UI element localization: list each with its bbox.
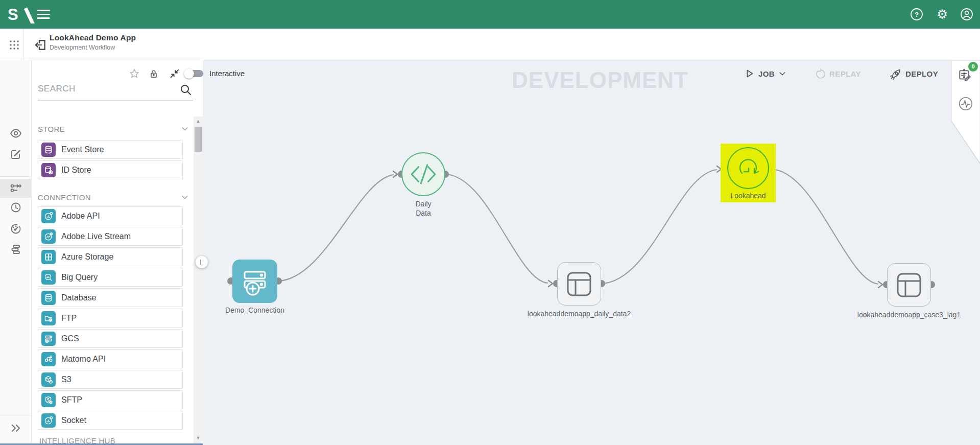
exit-workflow-icon[interactable] <box>34 38 47 53</box>
node-label: Demo_Connection <box>203 306 316 314</box>
palette-scrollbar[interactable]: ▲ ▼ <box>194 116 203 445</box>
svg-text:?: ? <box>915 11 919 18</box>
job-button[interactable]: JOB <box>744 62 786 85</box>
palette-item-gcs[interactable]: GCS <box>38 329 183 348</box>
edge-dailydata2-to-lookahead <box>602 170 717 284</box>
replay-icon <box>815 68 826 79</box>
monitor-gauge-icon[interactable] <box>10 223 22 235</box>
interactive-toggle[interactable] <box>184 68 204 79</box>
palette-item-matomo-api[interactable]: Matomo API <box>38 349 183 368</box>
arrowhead-icon <box>548 280 553 287</box>
notes-count-badge: 0 <box>968 62 978 72</box>
edit-icon[interactable] <box>10 148 22 160</box>
toolbar-divider <box>23 29 24 60</box>
lock-icon[interactable] <box>149 68 159 81</box>
adobe-api-icon <box>41 209 56 223</box>
scroll-down-icon[interactable]: ▼ <box>194 435 203 440</box>
account-avatar-icon[interactable] <box>960 7 974 21</box>
help-icon[interactable]: ? <box>910 7 924 21</box>
palette-item-sftp[interactable]: SFTP <box>38 390 183 409</box>
node-demo-connection[interactable] <box>232 260 277 303</box>
gcs-icon <box>41 332 56 346</box>
node-label: Daily Data <box>372 199 474 218</box>
app-bar: S ? ⚙ <box>0 0 980 29</box>
dataset-table-icon <box>566 271 592 297</box>
palette-item-id-store[interactable]: ID Store <box>38 160 183 179</box>
azure-storage-icon <box>41 250 56 264</box>
apps-grid-icon[interactable] <box>8 39 20 53</box>
menu-icon[interactable] <box>37 10 50 19</box>
palette-item-database[interactable]: Database <box>38 288 183 307</box>
node-daily-data2-dataset[interactable] <box>557 262 601 306</box>
section-header-connection[interactable]: CONNECTION <box>38 192 189 202</box>
node-lookahead[interactable]: Lookahead <box>721 144 776 202</box>
chevron-down-icon <box>778 69 786 78</box>
node-daily-data[interactable] <box>401 152 445 196</box>
socket-icon <box>41 413 56 428</box>
node-label: lookaheaddemoapp_daily_data2 <box>503 310 656 318</box>
chevron-down-icon <box>181 125 189 133</box>
palette-item-ftp[interactable]: FTP <box>38 309 183 327</box>
database-icon <box>41 291 56 305</box>
play-icon <box>744 68 755 79</box>
node-case3-lag1-dataset[interactable] <box>887 263 931 307</box>
workflow-title-block: LookAhead Demo App Development Workflow <box>50 33 136 51</box>
node-label: Lookahead <box>721 192 776 200</box>
workflow-canvas[interactable]: DEVELOPMENT <box>203 60 980 445</box>
search-input[interactable] <box>38 81 175 97</box>
layers-stack-icon[interactable] <box>10 243 22 255</box>
view-eye-icon[interactable] <box>10 127 22 139</box>
favorite-star-icon[interactable] <box>129 68 140 81</box>
code-node-icon <box>402 152 444 196</box>
schedule-clock-icon[interactable] <box>10 201 22 214</box>
search-icon[interactable] <box>180 84 192 98</box>
scrollbar-thumb[interactable] <box>195 127 202 152</box>
event-store-icon <box>41 143 56 157</box>
big-query-icon <box>41 270 56 285</box>
expand-panel-chevrons-icon[interactable] <box>10 422 22 434</box>
edge-lookahead-to-case3 <box>771 169 878 284</box>
palette-item-adobe-api[interactable]: Adobe API <box>38 206 183 225</box>
panel-resize-handle[interactable] <box>196 256 208 268</box>
module-palette: STORE Event Store <box>32 60 203 445</box>
edge-layer <box>203 60 980 445</box>
svg-text:S: S <box>8 6 18 24</box>
chevron-down-icon <box>181 193 189 201</box>
arrowhead-icon <box>393 171 397 177</box>
ftp-icon <box>41 311 56 325</box>
pipeline-designer-icon[interactable] <box>10 182 22 194</box>
connection-node-icon <box>232 260 277 303</box>
rocket-icon <box>890 68 902 80</box>
id-store-icon <box>41 163 56 177</box>
brand-logo: S <box>7 5 37 26</box>
sftp-icon <box>41 393 56 407</box>
dataset-table-icon <box>896 272 922 298</box>
page-subtitle: Development Workflow <box>50 44 136 51</box>
rail-divider <box>0 415 32 415</box>
page-title: LookAhead Demo App <box>50 33 136 42</box>
collapse-panels-icon[interactable] <box>169 68 180 81</box>
palette-item-s3[interactable]: S3 <box>38 370 183 389</box>
palette-item-azure-storage[interactable]: Azure Storage <box>38 247 183 266</box>
deploy-button[interactable]: DEPLOY <box>890 62 938 85</box>
s3-icon <box>41 372 56 387</box>
app-window: S ? ⚙ <box>0 0 980 445</box>
activity-pulse-icon[interactable] <box>959 97 973 112</box>
palette-item-socket[interactable]: Socket <box>38 411 183 430</box>
edge-daily-to-dailydata2 <box>445 174 548 283</box>
settings-gear-icon[interactable]: ⚙ <box>935 7 949 21</box>
palette-item-event-store[interactable]: Event Store <box>38 140 183 159</box>
scroll-up-icon[interactable]: ▲ <box>194 119 203 124</box>
section-header-store[interactable]: STORE <box>38 124 189 134</box>
palette-item-big-query[interactable]: Big Query <box>38 268 183 287</box>
processor-loop-icon <box>727 147 770 190</box>
palette-item-adobe-live-stream[interactable]: Adobe Live Stream <box>38 227 183 246</box>
edge-demo-to-daily <box>278 175 394 281</box>
replay-button: REPLAY <box>815 62 861 85</box>
rail-divider <box>0 176 32 177</box>
interactive-toggle-label: Interactive <box>209 62 245 85</box>
adobe-live-stream-icon <box>41 229 56 244</box>
node-label: lookaheaddemoapp_case3_lag1 <box>832 311 980 319</box>
workflow-toolbar: LookAhead Demo App Development Workflow <box>0 29 980 60</box>
more-options-kebab-icon[interactable] <box>961 66 967 81</box>
